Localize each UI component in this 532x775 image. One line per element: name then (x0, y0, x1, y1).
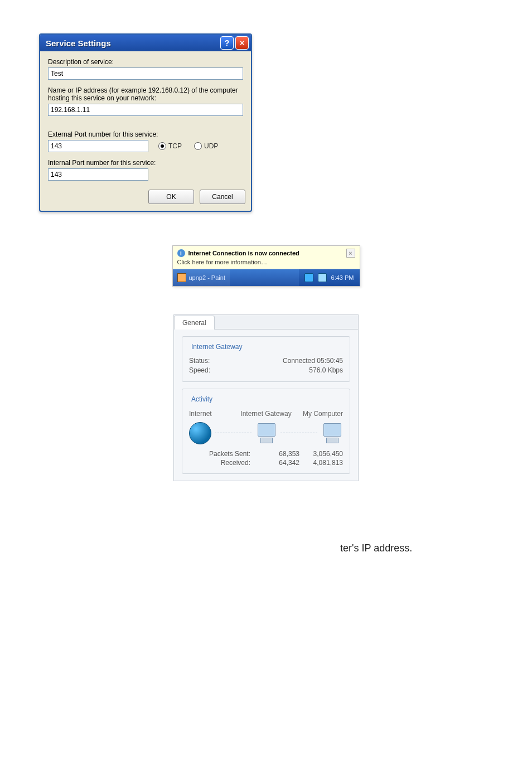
tray-network-icon[interactable] (318, 273, 327, 282)
protocol-radio-group: TCP UDP (158, 142, 218, 150)
internal-port-label: Internal Port number for this service: (48, 159, 243, 167)
activity-col-mycomputer: My Computer (292, 410, 343, 418)
tray-pc-icon[interactable] (304, 273, 313, 282)
packets-recv-gateway: 64,342 (255, 459, 299, 467)
dialog-footer: OK Cancel (40, 186, 251, 211)
activity-group: Activity Internet Internet Gateway My Co… (182, 389, 350, 474)
info-icon: i (177, 249, 185, 257)
gateway-pc-icon (255, 423, 277, 443)
activity-col-gateway: Internet Gateway (240, 410, 292, 418)
activity-group-title: Activity (189, 395, 215, 403)
description-label: Description of service: (48, 58, 243, 66)
connection-line-icon (215, 433, 252, 434)
host-label: Name or IP address (for example 192.168.… (48, 86, 243, 102)
protocol-tcp-label: TCP (168, 142, 182, 150)
balloon-close-button[interactable]: × (346, 249, 355, 258)
stray-text-fragment: ter's IP address. (340, 542, 493, 554)
taskbar: upnp2 - Paint 6:43 PM (173, 269, 360, 286)
taskbar-app-label: upnp2 - Paint (189, 274, 225, 281)
status-label: Status: (189, 357, 239, 365)
packets-sent-gateway: 68,353 (255, 450, 299, 458)
tab-general[interactable]: General (174, 316, 215, 330)
host-field[interactable] (48, 104, 243, 116)
external-port-label: External Port number for this service: (48, 130, 243, 138)
packets-recv-mycomputer: 4,081,813 (299, 459, 343, 467)
protocol-udp-radio[interactable]: UDP (194, 142, 218, 150)
protocol-tcp-radio[interactable]: TCP (158, 142, 182, 150)
connection-line-icon (280, 433, 317, 434)
packets-sent-label: Packets Sent: (189, 450, 255, 458)
paint-icon (177, 273, 186, 282)
service-settings-dialog: Service Settings ? × Description of serv… (39, 33, 252, 212)
speed-value: 576.0 Kbps (239, 366, 343, 374)
balloon-title: Internet Connection is now connected (188, 250, 299, 256)
mycomputer-pc-icon (321, 423, 343, 443)
internet-gateway-group: Internet Gateway Status: Connected 05:50… (182, 336, 350, 382)
radio-dot-icon (158, 142, 166, 150)
packets-recv-label: Received: (189, 459, 255, 467)
tab-strip: General (174, 315, 358, 330)
system-tray: 6:43 PM (299, 269, 360, 286)
packets-sent-mycomputer: 3,056,450 (299, 450, 343, 458)
taskbar-app-button[interactable]: upnp2 - Paint (173, 269, 230, 286)
help-button[interactable]: ? (220, 36, 234, 50)
cancel-button[interactable]: Cancel (200, 190, 245, 204)
globe-icon (189, 422, 211, 444)
description-field[interactable] (48, 67, 243, 80)
notification-balloon[interactable]: i Internet Connection is now connected ×… (173, 246, 360, 269)
speed-label: Speed: (189, 366, 239, 374)
taskbar-balloon-snippet: i Internet Connection is now connected ×… (172, 245, 360, 287)
status-value: Connected 05:50:45 (239, 357, 343, 365)
ok-button[interactable]: OK (148, 190, 194, 204)
balloon-subtext: Click here for more information… (177, 259, 355, 265)
dialog-body: Description of service: Name or IP addre… (40, 51, 251, 186)
external-port-field[interactable] (48, 140, 148, 152)
close-button[interactable]: × (235, 36, 249, 50)
radio-dot-icon (194, 142, 202, 150)
tray-clock: 6:43 PM (331, 274, 354, 281)
internet-gateway-group-title: Internet Gateway (189, 343, 244, 351)
titlebar: Service Settings ? × (40, 35, 251, 51)
dialog-title: Service Settings (46, 38, 219, 48)
protocol-udp-label: UDP (204, 142, 218, 150)
internal-port-field[interactable] (48, 168, 148, 181)
activity-col-internet: Internet (189, 410, 240, 418)
connection-status-panel: General Internet Gateway Status: Connect… (173, 314, 359, 481)
